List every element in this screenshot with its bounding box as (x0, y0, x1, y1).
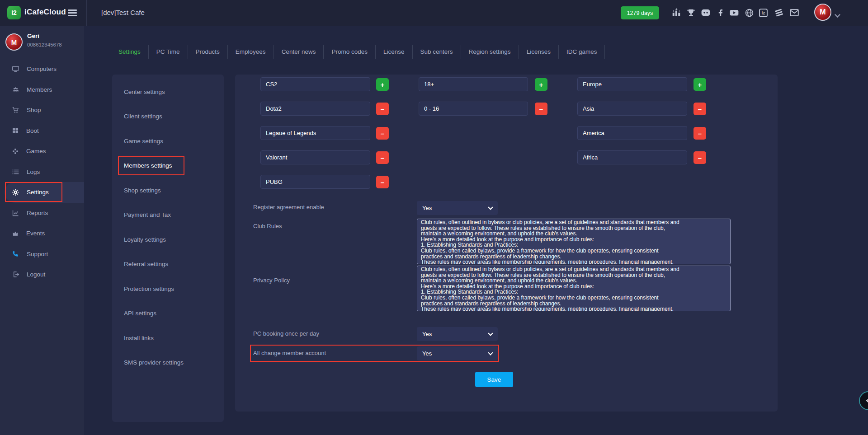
sidebar-item-support[interactable]: Support (0, 244, 84, 265)
tab-pc-time[interactable]: PC Time (149, 45, 188, 59)
sidebar-item-reports[interactable]: Reports (0, 203, 84, 224)
settings-nav-shop-settings[interactable]: Shop settings (112, 178, 224, 203)
user-avatar[interactable]: M (814, 4, 831, 21)
game-input-valorant[interactable] (260, 150, 370, 164)
settings-nav-install-links[interactable]: Install links (112, 326, 224, 351)
remove-game-button-dota2[interactable]: – (376, 103, 389, 115)
sidebar-item-games[interactable]: Games (0, 141, 84, 162)
remove-game-button-valorant[interactable]: – (376, 151, 389, 164)
stack-icon[interactable] (774, 7, 784, 18)
sidebar-item-logout[interactable]: Logout (0, 264, 84, 285)
game-input-legaue-of-legends[interactable] (260, 126, 370, 140)
privacy-policy-textarea[interactable]: Club rules, often outlined in bylaws or … (417, 266, 731, 311)
sidebar-user-avatar: M (5, 33, 23, 51)
tab-promo-codes[interactable]: Promo codes (324, 45, 376, 59)
settings-nav-center-settings[interactable]: Center settings (112, 80, 224, 104)
settings-nav-client-settings[interactable]: Client settings (112, 104, 224, 129)
chevron-down-icon (488, 331, 493, 336)
settings-nav-sms-provider-settings[interactable]: SMS provider settings (112, 351, 224, 375)
chevron-down-icon[interactable] (835, 10, 840, 19)
list-icon (12, 168, 19, 176)
license-days-badge[interactable]: 1279 days (621, 6, 659, 19)
age-input-0-16[interactable] (419, 102, 528, 116)
windows-icon (12, 127, 19, 134)
add-game-button[interactable]: + (376, 78, 389, 91)
age-input-18plus[interactable] (419, 77, 528, 91)
region-input-asia[interactable] (577, 102, 687, 116)
remove-region-button-africa[interactable]: – (693, 151, 706, 164)
settings-nav-payment-and-tax[interactable]: Payment and Tax (112, 203, 224, 228)
tab-products[interactable]: Products (188, 45, 228, 59)
facebook-icon[interactable] (715, 7, 726, 18)
gamepad-icon (12, 148, 19, 155)
tabs-divider-line (96, 40, 843, 40)
add-age-button[interactable]: + (535, 78, 547, 91)
sidebar-nav: Computers Members Shop Boot Games Logs (0, 59, 84, 285)
chevron-down-icon (488, 205, 493, 210)
ranking-icon[interactable] (671, 7, 682, 18)
cart-icon (12, 106, 19, 114)
sidebar-item-settings[interactable]: Settings (5, 182, 84, 203)
tab-license[interactable]: License (376, 45, 413, 59)
members-icon (12, 86, 19, 94)
tab-idc-games[interactable]: IDC games (559, 45, 605, 59)
privacy-policy-label: Privacy Policy (253, 277, 290, 284)
region-input-europe[interactable] (577, 77, 687, 91)
region-input-america[interactable] (577, 126, 687, 140)
sidebar-item-members[interactable]: Members (0, 80, 84, 100)
settings-nav-loyalty-settings[interactable]: Loyalty settings (112, 227, 224, 252)
pc-booking-select[interactable]: Yes (417, 327, 498, 341)
sidebar-item-shop[interactable]: Shop (0, 100, 84, 121)
menu-toggle-button[interactable] (68, 9, 77, 18)
topbar-divider (86, 0, 87, 26)
svg-text:i2: i2 (761, 11, 764, 15)
sidebar-item-logs[interactable]: Logs (0, 162, 84, 182)
chevron-down-icon (488, 350, 493, 355)
sidebar-item-computers[interactable]: Computers (0, 59, 84, 80)
remove-age-button-0-16[interactable]: – (535, 103, 547, 115)
club-rules-textarea[interactable]: Club rules, often outlined in bylaws or … (417, 219, 731, 264)
discord-icon[interactable] (700, 7, 711, 18)
chevron-left-icon (866, 398, 868, 404)
tab-licenses[interactable]: Licenses (519, 45, 559, 59)
game-input-cs2[interactable] (260, 77, 370, 91)
remove-region-button-america[interactable]: – (693, 127, 706, 140)
top-bar: i2 iCafeCloud [dev]Test Cafe 1279 days i… (0, 0, 868, 26)
settings-nav-api-settings[interactable]: API settings (112, 301, 224, 326)
chart-icon (12, 209, 19, 217)
settings-nav-members-settings[interactable]: Members settings (112, 154, 224, 178)
remove-game-button-legaue-of-legends[interactable]: – (376, 127, 389, 140)
sidebar-item-boot[interactable]: Boot (0, 121, 84, 141)
globe-icon[interactable] (744, 7, 755, 18)
all-change-member-account-select[interactable]: Yes (417, 346, 498, 360)
save-button[interactable]: Save (475, 372, 513, 387)
brand-name: iCafeCloud (24, 8, 66, 17)
cafe-title: [dev]Test Cafe (101, 9, 145, 16)
settings-nav-game-settings[interactable]: Game settings (112, 129, 224, 154)
add-region-button[interactable]: + (693, 78, 706, 91)
pc-booking-label: PC booking once per day (253, 330, 319, 337)
region-input-africa[interactable] (577, 150, 687, 164)
settings-nav-protection-settings[interactable]: Protection settings (112, 276, 224, 301)
trophy-icon[interactable] (685, 7, 696, 18)
tab-region-settings[interactable]: Region settings (461, 45, 519, 59)
tab-center-news[interactable]: Center news (274, 45, 324, 59)
monitor-icon (12, 65, 19, 73)
remove-game-button-pubg[interactable]: – (376, 176, 389, 188)
sidebar-item-events[interactable]: Events (0, 223, 84, 244)
tab-employees[interactable]: Employees (228, 45, 274, 59)
register-agreement-select[interactable]: Yes (417, 201, 498, 215)
remove-region-button-asia[interactable]: – (693, 103, 706, 115)
tab-settings[interactable]: Settings (111, 45, 149, 59)
settings-nav-referral-settings[interactable]: Referral settings (112, 252, 224, 277)
brand-logo-icon: i2 (7, 6, 21, 19)
game-input-dota2[interactable] (260, 102, 370, 116)
game-input-pubg[interactable] (260, 175, 370, 189)
icafe-icon[interactable]: i2 (758, 7, 769, 18)
tab-sub-centers[interactable]: Sub centers (413, 45, 461, 59)
app-root: i2 iCafeCloud [dev]Test Cafe 1279 days i… (0, 0, 868, 435)
mail-icon[interactable] (789, 7, 800, 18)
club-rules-label: Club Rules (253, 223, 282, 230)
gear-icon (12, 188, 19, 196)
youtube-icon[interactable] (729, 7, 740, 18)
